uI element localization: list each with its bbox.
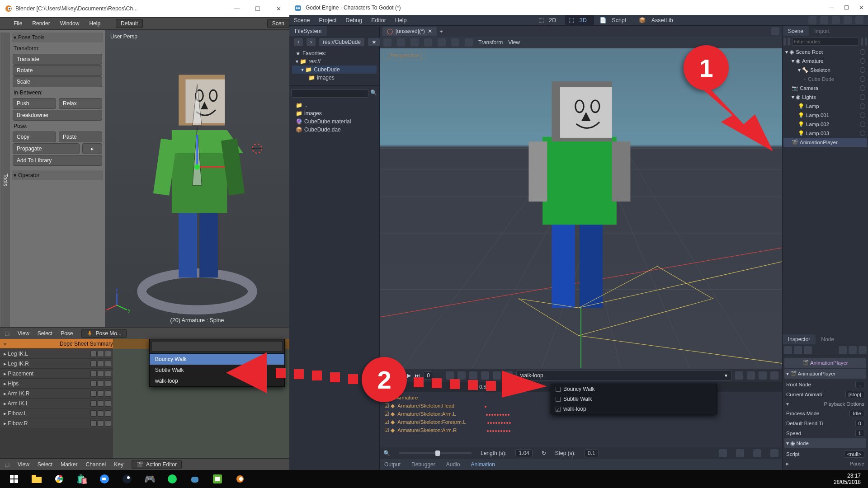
anim-tool4-icon[interactable] — [770, 449, 778, 457]
channel-legikr[interactable]: ▸ Leg IK.R — [0, 359, 113, 369]
action-editor-dropdown[interactable]: 🎬 Action Editor — [132, 460, 182, 469]
local-coords-icon[interactable] — [451, 38, 459, 47]
chrome-icon[interactable] — [48, 470, 71, 488]
inspector-class-head[interactable]: ▾ 🎬 AnimationPlayer — [784, 369, 866, 379]
minimize-icon[interactable]: — — [829, 5, 834, 11]
hdr-select[interactable]: Select — [38, 330, 52, 337]
action-item-subtlewalk[interactable]: Subtle Walk — [150, 365, 284, 375]
menu-scene[interactable]: Scene — [294, 17, 310, 23]
filter-nodes-input[interactable] — [792, 38, 859, 46]
fs-cubedude[interactable]: ▾ 📁 CubeDude — [292, 66, 377, 74]
move-tool-icon[interactable] — [397, 38, 405, 47]
godot-taskbar-icon[interactable] — [184, 470, 206, 488]
action-search-field[interactable] — [150, 339, 284, 354]
insp-history-icon[interactable] — [859, 346, 867, 354]
visibility-icon[interactable] — [860, 113, 865, 118]
snap-icon[interactable] — [438, 38, 446, 47]
anim-options-icon[interactable] — [759, 371, 767, 380]
anim-rename-icon[interactable] — [493, 371, 501, 380]
panel-pose-tools[interactable]: ▾ Pose Tools — [12, 33, 103, 42]
maximize-icon[interactable]: ☐ — [251, 2, 264, 15]
channel-armikr[interactable]: ▸ Arm IK.R — [0, 389, 113, 399]
mode-3d[interactable]: ⬚ 3D — [565, 15, 594, 25]
action-search-popup[interactable]: Bouncy Walk Subtle Walk walk-loop — [149, 339, 285, 387]
menu-editor[interactable]: Editor — [371, 17, 386, 23]
node-lights[interactable]: ▾ ◉ Lights — [783, 93, 867, 102]
transform-menu[interactable]: Transform — [478, 39, 503, 46]
node-lamp[interactable]: 💡 Lamp — [783, 102, 867, 111]
add-to-library-button[interactable]: Add To Library — [13, 155, 102, 166]
godot-menubar[interactable]: Scene Project Debug Editor Help ⬚ 2D ⬚ 3… — [289, 15, 868, 26]
channel-armikl[interactable]: ▸ Arm IK.L — [0, 399, 113, 408]
relax-button[interactable]: Relax — [59, 98, 102, 109]
ds-hdr-select[interactable]: Select — [38, 461, 52, 468]
vtab-tools[interactable]: Tools — [1, 33, 10, 327]
insp-fwd-icon[interactable] — [849, 346, 857, 354]
anim-pin-icon[interactable] — [770, 371, 778, 380]
scene-tab-unsaved[interactable]: ◯[unsaved](*) ✕ — [382, 27, 437, 36]
zoom-app-icon[interactable] — [93, 470, 116, 488]
menu-project[interactable]: Project — [319, 17, 336, 23]
anim-load-icon[interactable] — [458, 371, 466, 380]
node-lamp003[interactable]: 💡 Lamp.003 — [783, 129, 867, 138]
insp-new-icon[interactable] — [784, 346, 792, 354]
ds-hdr-channel[interactable]: Channel — [86, 461, 106, 468]
node-scene-root[interactable]: ▾ ◉ Scene Root — [783, 47, 867, 56]
btab-animation[interactable]: Animation — [471, 461, 495, 468]
file-explorer-icon[interactable] — [25, 470, 48, 488]
fs-item-up[interactable]: 📁 .. — [292, 101, 377, 109]
ds-hdr-marker[interactable]: Marker — [61, 461, 77, 468]
xbox-icon[interactable]: 🎮 — [138, 470, 161, 488]
fs-item-dae[interactable]: 📦 CubeDude.dae — [292, 126, 377, 134]
pause-section[interactable]: Pause — [849, 461, 864, 466]
loop-icon[interactable]: ↻ — [542, 450, 546, 456]
prop-rootnode-value[interactable]: .. — [855, 381, 864, 388]
rotate-button[interactable]: Rotate — [13, 65, 102, 76]
menu-debug[interactable]: Debug — [345, 17, 362, 23]
view3d-header[interactable]: ⬚ View Select Pose 🧍 Pose Mo... — [0, 327, 289, 339]
add-tab-icon[interactable]: ＋ — [439, 28, 444, 35]
node-skeleton[interactable]: ▾ 🦴 Skeleton — [783, 66, 867, 75]
ds-hdr-key[interactable]: Key — [114, 461, 123, 468]
zoom-slider-handle[interactable] — [435, 450, 440, 456]
propagate-button[interactable]: Propagate — [13, 143, 80, 154]
anim-save-icon[interactable] — [469, 371, 477, 380]
blender-taskbar-icon[interactable] — [229, 470, 251, 488]
hdr-pose[interactable]: Pose — [61, 330, 73, 337]
play-icon[interactable] — [808, 16, 816, 24]
zoom-icon[interactable]: 🔍 — [383, 450, 390, 456]
btab-audio[interactable]: Audio — [446, 461, 460, 468]
blender-menubar[interactable]: File Render Window Help Default Scen — [0, 17, 289, 30]
vtab-options[interactable]: Options — [0, 33, 1, 327]
filesystem-tab[interactable]: FileSystem — [289, 26, 327, 36]
btab-debugger[interactable]: Debugger — [411, 461, 435, 468]
pause-icon[interactable] — [820, 16, 828, 24]
close-icon[interactable]: ✕ — [272, 2, 285, 15]
play-custom-icon[interactable] — [855, 16, 863, 24]
animation-list-popup[interactable]: Bouncy Walk Subtle Walk walk-loop — [551, 384, 717, 414]
menu-help[interactable]: Help — [395, 17, 407, 23]
ds-hdr-view[interactable]: View — [18, 461, 29, 468]
scene-dock-tab[interactable]: Scene — [783, 26, 809, 36]
playback-section[interactable]: Playback Options — [824, 401, 865, 407]
fs-res[interactable]: ▾ 📁 res:// — [292, 57, 377, 66]
translate-button[interactable]: Translate — [13, 54, 102, 65]
prop-curanim-value[interactable]: [stop] — [845, 391, 864, 398]
node-tab[interactable]: Node — [816, 334, 840, 344]
layout-dropdown[interactable]: Default — [116, 19, 143, 28]
insp-back-icon[interactable] — [839, 346, 847, 354]
inspector-panel[interactable]: 🎬 AnimationPlayer ▾ 🎬 AnimationPlayer Ro… — [783, 356, 868, 470]
anim-delete-icon[interactable] — [505, 371, 513, 380]
animation-toolbar[interactable]: ⏮ ◀ ■ ▶ ⏭ 0 walk-loop▾ — [380, 369, 782, 382]
visibility-icon[interactable] — [860, 131, 865, 136]
scene-tree[interactable]: ▾ ◉ Scene Root ▾ ◉ Armature ▾ 🦴 Skeleton… — [783, 47, 868, 148]
animlist-bouncywalk[interactable]: Bouncy Walk — [551, 384, 717, 394]
camtasia-icon[interactable] — [206, 470, 229, 488]
search-icon[interactable]: 🔍 — [370, 89, 377, 98]
blender-menu-render[interactable]: Render — [32, 20, 50, 27]
blender-menu-help[interactable]: Help — [89, 20, 100, 27]
viewport-toolbar[interactable]: Transform View — [380, 37, 782, 48]
node-armature[interactable]: ▾ ◉ Armature — [783, 56, 867, 66]
scale-tool-icon[interactable] — [424, 38, 432, 47]
start-button[interactable] — [3, 470, 25, 488]
